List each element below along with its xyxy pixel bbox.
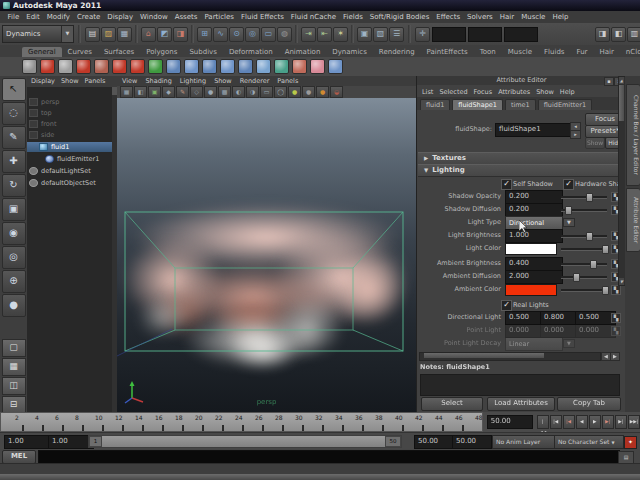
shelf-tab-fur[interactable]: Fur — [571, 47, 594, 57]
last-tool-button[interactable]: ● — [2, 294, 26, 317]
load-attributes-button[interactable]: Load Attributes — [487, 397, 555, 411]
outliner-menu-panels[interactable]: Panels — [85, 77, 106, 87]
ambient-color-map-button[interactable]: ▚ — [611, 285, 621, 295]
ae-menu-focus[interactable]: Focus — [474, 88, 493, 96]
list-connections-icon[interactable]: ▸ — [570, 130, 581, 139]
menu-create[interactable]: Create — [73, 13, 103, 21]
show-manipulator-button[interactable]: ⊕ — [2, 270, 26, 293]
go-to-start-button[interactable]: |◀◀ — [537, 415, 549, 429]
use-selected-emitter-icon[interactable] — [112, 59, 127, 74]
input-connections-icon[interactable]: ⇥ — [301, 27, 316, 42]
menu-hair[interactable]: Hair — [496, 13, 517, 21]
play-forwards-button[interactable]: ▶ — [589, 415, 601, 429]
light-brightness-slider[interactable] — [561, 233, 607, 238]
select-by-object-icon[interactable]: ◩ — [157, 27, 172, 42]
exposure-icon[interactable]: ● — [316, 86, 329, 98]
bookmark-icon[interactable]: ◆ — [162, 86, 175, 98]
command-line-input[interactable] — [38, 450, 620, 464]
select-by-component-icon[interactable]: ◨ — [173, 27, 188, 42]
shelf-tab-polygons[interactable]: Polygons — [140, 47, 183, 57]
use-all-lights-icon[interactable]: ◐ — [232, 86, 245, 98]
outliner-item-defaultlightset[interactable]: defaultLightSet — [29, 166, 109, 176]
directional-light-z-input[interactable]: 0.500 — [575, 311, 616, 325]
ipr-render-icon[interactable]: ▧ — [373, 27, 388, 42]
playback-range-bar[interactable]: 1 50 — [88, 435, 402, 448]
gravity-field-icon[interactable] — [238, 59, 253, 74]
shelf-tab-ncloth[interactable]: nCloth — [620, 47, 640, 57]
shelf-tab-surfaces[interactable]: Surfaces — [98, 47, 140, 57]
shelf-tab-painteffects[interactable]: PaintEffects — [421, 47, 474, 57]
vp-menu-renderer[interactable]: Renderer — [240, 77, 270, 85]
default-material-icon[interactable]: ◯ — [274, 86, 287, 98]
section-lighting[interactable]: ▼Lighting — [418, 164, 630, 177]
scroll-down-icon[interactable]: ▼ — [619, 278, 624, 285]
vp-menu-shading[interactable]: Shading — [145, 77, 171, 85]
select-button[interactable]: Select — [421, 397, 483, 411]
step-forward-key-button[interactable]: ▶| — [602, 415, 614, 429]
ae-menu-attributes[interactable]: Attributes — [498, 88, 530, 96]
get-fluid-example-icon[interactable] — [40, 59, 55, 74]
shelf-tab-dynamics[interactable]: Dynamics — [326, 47, 373, 57]
outliner-item-persp[interactable]: persp — [29, 97, 109, 107]
ambient-diffusion-slider[interactable] — [561, 274, 607, 279]
new-scene-icon[interactable]: ▤ — [85, 27, 100, 42]
outliner-item-side[interactable]: side — [29, 130, 109, 140]
scrollbar-thumb[interactable] — [424, 353, 544, 358]
vp-menu-view[interactable]: View — [122, 77, 137, 85]
textured-icon[interactable]: ▩ — [218, 86, 231, 98]
shelf-tab-deformation[interactable]: Deformation — [223, 47, 279, 57]
menu-particles[interactable]: Particles — [201, 13, 238, 21]
air-field-icon[interactable] — [256, 59, 271, 74]
time-ruler[interactable]: 50 2468101214161820222426283032343638404… — [0, 412, 483, 432]
point-light-decay-dropdown[interactable]: Linear — [505, 337, 563, 351]
point-light-map-button[interactable]: ▚ — [611, 326, 621, 336]
directional-light-map-button[interactable]: ▚ — [611, 313, 621, 323]
shelf-tab-curves[interactable]: Curves — [62, 47, 98, 57]
menu-set-dropdown[interactable]: Dynamics ▼ — [2, 25, 74, 43]
coordinate-entry-icon[interactable]: ✛ — [415, 27, 430, 42]
scale-tool-button[interactable]: ▣ — [2, 198, 26, 221]
tab-time1[interactable]: time1 — [505, 99, 536, 110]
z-coordinate-input[interactable] — [504, 27, 538, 42]
tab-fluidemitter1[interactable]: fluidEmitter1 — [538, 99, 592, 110]
ae-menu-list[interactable]: List — [422, 88, 433, 96]
light-type-dropdown[interactable]: Directional — [505, 216, 563, 230]
hardware-shadow-checkbox[interactable]: ✓ — [563, 179, 574, 190]
toggle-attribute-editor-icon[interactable]: ◨ — [595, 27, 610, 42]
ae-menu-show[interactable]: Show — [536, 88, 554, 96]
paint-select-tool-button[interactable]: ✎ — [2, 126, 26, 149]
newton-field-icon[interactable] — [292, 59, 307, 74]
snap-to-curve-icon[interactable]: ∿ — [213, 27, 228, 42]
soft-body-icon[interactable] — [166, 59, 181, 74]
character-set-dropdown[interactable]: No Character Set ▼ — [554, 435, 624, 449]
light-brightness-input[interactable]: 1.000 — [505, 229, 563, 243]
gamma-icon[interactable]: ◒ — [330, 86, 343, 98]
real-lights-checkbox[interactable]: ✓ — [501, 300, 512, 311]
menu-fluid-effects[interactable]: Fluid Effects — [237, 13, 287, 21]
toggle-tool-settings-icon[interactable]: ◧ — [611, 27, 626, 42]
playback-end-input[interactable]: 50.00 — [414, 435, 454, 449]
animation-start-input[interactable]: 1.00 — [4, 435, 50, 449]
smooth-shade-icon[interactable]: ● — [204, 86, 217, 98]
toggle-channel-box-icon[interactable]: ▥ — [627, 27, 640, 42]
ambient-brightness-slider[interactable] — [561, 261, 607, 266]
snap-to-grid-icon[interactable]: ⊞ — [197, 27, 212, 42]
emit-from-object-icon[interactable] — [76, 59, 91, 74]
rigid-body-icon[interactable] — [184, 59, 199, 74]
shelf-tab-animation[interactable]: Animation — [279, 47, 327, 57]
shelf-tab-subdivs[interactable]: Subdivs — [183, 47, 223, 57]
shadow-opacity-slider[interactable] — [561, 194, 607, 199]
create-emitter-icon[interactable] — [22, 59, 37, 74]
per-point-emission-icon[interactable] — [94, 59, 109, 74]
drag-field-icon[interactable] — [274, 59, 289, 74]
range-start-handle[interactable]: 1 — [89, 436, 102, 447]
menu-effects[interactable]: Effects — [433, 13, 464, 21]
ae-horizontal-scrollbar[interactable] — [419, 352, 601, 361]
range-end-handle[interactable]: 50 — [385, 436, 401, 447]
ambient-brightness-input[interactable]: 0.400 — [505, 257, 563, 271]
play-backwards-button[interactable]: ◀ — [576, 415, 588, 429]
self-shadow-checkbox[interactable]: ✓ — [501, 179, 512, 190]
resolution-gate-icon[interactable]: ▭ — [260, 86, 273, 98]
construction-history-icon[interactable]: ✶ — [333, 27, 348, 42]
light-color-swatch[interactable] — [505, 243, 557, 255]
